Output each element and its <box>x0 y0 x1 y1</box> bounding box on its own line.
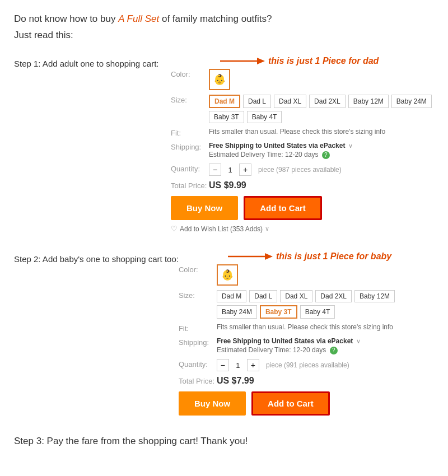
step1-add-to-cart-button[interactable]: Add to Cart <box>244 196 322 220</box>
step2-color-row: Color: 👶 <box>179 264 434 286</box>
step2-size-options: Dad M Dad L Dad XL Dad 2XL Baby 12M Baby… <box>217 290 434 319</box>
step1-heart-icon: ♡ <box>171 225 178 233</box>
step1-product-panel: this is just 1 Piece for dad Color: 👶 Si… <box>171 53 434 233</box>
step2-size-baby-24m[interactable]: Baby 24M <box>217 305 257 319</box>
step1-qty-minus[interactable]: − <box>209 164 221 176</box>
intro-highlight: A Full Set <box>118 13 159 24</box>
step1-size-dad-2xl[interactable]: Dad 2XL <box>309 95 346 108</box>
step3-text: Step 3: Pay the fare from the shopping c… <box>14 436 434 447</box>
step1-fit-text: Fits smaller than usual. Please check th… <box>209 128 385 136</box>
step1-annotation-text: this is just 1 Piece for dad <box>268 56 379 66</box>
step1-shipping-chevron: ∨ <box>348 142 353 149</box>
step2-shipping-row: Shipping: Free Shipping to United States… <box>179 337 434 354</box>
step2-quantity-row: Quantity: − 1 + piece (991 pieces availa… <box>179 359 434 371</box>
step1-size-baby-3t[interactable]: Baby 3T <box>209 111 244 123</box>
step1-fit-label: Fit: <box>171 128 209 137</box>
step1-qty-plus[interactable]: + <box>239 164 251 176</box>
step1-size-dad-l[interactable]: Dad L <box>243 95 271 108</box>
step1-section: Step 1: Add adult one to shopping cart: … <box>14 53 434 233</box>
step1-action-buttons: Buy Now Add to Cart <box>171 196 434 220</box>
step2-size-label: Size: <box>179 290 217 300</box>
step2-size-baby-4t[interactable]: Baby 4T <box>300 305 335 319</box>
just-read-text: Just read this: <box>14 30 434 41</box>
step2-shipping-col: Free Shipping to United States via ePack… <box>217 337 361 354</box>
step2-action-buttons: Buy Now Add to Cart <box>179 391 434 416</box>
step1-delivery-icon: ? <box>322 151 330 159</box>
step1-quantity-control: − 1 + piece (987 pieces available) <box>209 164 342 176</box>
step2-delivery-icon: ? <box>330 347 338 354</box>
step1-annotation-container: this is just 1 Piece for dad <box>220 54 379 68</box>
step2-total-row: Total Price: US $7.99 <box>179 376 434 386</box>
step2-qty-available: piece (991 pieces available) <box>266 361 349 369</box>
step2-fit-label: Fit: <box>179 323 217 333</box>
step1-color-emoji: 👶 <box>213 73 226 86</box>
step1-size-baby-24m[interactable]: Baby 24M <box>391 95 432 108</box>
step1-shipping-text: Free Shipping to United States via ePack… <box>209 142 353 150</box>
step2-fit-text: Fits smaller than usual. Please check th… <box>217 323 393 331</box>
step2-shipping-chevron: ∨ <box>356 338 361 344</box>
step1-size-label: Size: <box>171 95 209 104</box>
intro-before: Do not know how to buy <box>14 13 118 24</box>
step2-size-dad-2xl[interactable]: Dad 2XL <box>315 290 352 302</box>
step2-shipping-text: Free Shipping to United States via ePack… <box>217 337 361 345</box>
step2-size-dad-xl[interactable]: Dad XL <box>280 290 312 302</box>
step2-size-dad-m[interactable]: Dad M <box>217 290 246 302</box>
intro-line1: Do not know how to buy A Full Set of fam… <box>14 11 434 26</box>
step1-shipping-label: Shipping: <box>171 142 209 151</box>
step1-wishlist-chevron: ∨ <box>265 225 269 232</box>
step2-product-panel: this is just 1 Piece for baby Color: 👶 S… <box>179 249 434 420</box>
step2-label: Step 2: Add baby's one to shopping cart … <box>14 249 179 264</box>
step2-size-baby-3t[interactable]: Baby 3T <box>260 305 297 319</box>
step2-size-row: Size: Dad M Dad L Dad XL Dad 2XL Baby 12… <box>179 290 434 319</box>
step1-size-options: Dad M Dad L Dad XL Dad 2XL Baby 12M Baby… <box>209 95 434 123</box>
step1-wishlist-row: ♡ Add to Wish List (353 Adds) ∨ <box>171 225 434 233</box>
step2-color-emoji: 👶 <box>221 269 234 281</box>
step2-buy-now-button[interactable]: Buy Now <box>179 391 246 416</box>
step1-size-dad-m[interactable]: Dad M <box>209 95 240 108</box>
step1-color-row: Color: 👶 <box>171 69 434 90</box>
step1-total-row: Total Price: US $9.99 <box>171 180 434 190</box>
step1-color-label: Color: <box>171 69 209 78</box>
step1-fit-row: Fit: Fits smaller than usual. Please che… <box>171 128 434 137</box>
step2-arrow-icon <box>228 250 273 263</box>
step1-size-baby-12m[interactable]: Baby 12M <box>348 95 389 108</box>
step2-qty-minus[interactable]: − <box>217 359 229 371</box>
step2-quantity-label: Quantity: <box>179 359 217 368</box>
step1-buy-now-button[interactable]: Buy Now <box>171 196 238 220</box>
step2-qty-value: 1 <box>232 361 244 370</box>
step2-fit-row: Fit: Fits smaller than usual. Please che… <box>179 323 434 333</box>
step1-shipping-col: Free Shipping to United States via ePack… <box>209 142 353 159</box>
step2-shipping-label: Shipping: <box>179 337 217 347</box>
step1-qty-available: piece (987 pieces available) <box>258 166 342 174</box>
step2-quantity-control: − 1 + piece (991 pieces available) <box>217 359 349 371</box>
step1-label: Step 1: Add adult one to shopping cart: <box>14 53 171 68</box>
step2-annotation-container: this is just 1 Piece for baby <box>228 250 391 263</box>
step1-quantity-row: Quantity: − 1 + piece (987 pieces availa… <box>171 164 434 176</box>
step1-quantity-label: Quantity: <box>171 164 209 173</box>
svg-marker-3 <box>265 253 273 260</box>
step1-total-label: Total Price: <box>171 180 209 190</box>
step1-total-price: US $9.99 <box>209 180 246 190</box>
step2-qty-plus[interactable]: + <box>247 359 259 371</box>
step2-total-price: US $7.99 <box>217 376 254 386</box>
step2-delivery-text: Estimated Delivery Time: 12-20 days ? <box>217 346 361 354</box>
step2-annotation-text: this is just 1 Piece for baby <box>276 251 391 262</box>
step1-free-shipping: Free Shipping to United States via ePack… <box>209 142 345 150</box>
step2-color-label: Color: <box>179 264 217 274</box>
step1-wishlist-text[interactable]: Add to Wish List (353 Adds) <box>180 225 263 233</box>
step2-add-to-cart-button[interactable]: Add to Cart <box>251 391 330 416</box>
intro-after: of family matching outfits? <box>159 13 272 24</box>
step2-section: Step 2: Add baby's one to shopping cart … <box>14 249 434 420</box>
step2-size-baby-12m[interactable]: Baby 12M <box>354 290 395 302</box>
step1-color-swatch[interactable]: 👶 <box>209 69 230 90</box>
step1-size-dad-xl[interactable]: Dad XL <box>274 95 306 108</box>
step1-shipping-row: Shipping: Free Shipping to United States… <box>171 142 434 159</box>
step1-size-row: Size: Dad M Dad L Dad XL Dad 2XL Baby 12… <box>171 95 434 123</box>
step2-color-swatch[interactable]: 👶 <box>217 264 238 286</box>
step2-free-shipping: Free Shipping to United States via ePack… <box>217 337 353 345</box>
step1-qty-value: 1 <box>225 166 236 174</box>
step1-delivery-text: Estimated Delivery Time: 12-20 days ? <box>209 151 353 159</box>
step2-size-dad-l[interactable]: Dad L <box>249 290 277 302</box>
step2-total-label: Total Price: <box>179 376 217 385</box>
step1-size-baby-4t[interactable]: Baby 4T <box>247 111 282 123</box>
